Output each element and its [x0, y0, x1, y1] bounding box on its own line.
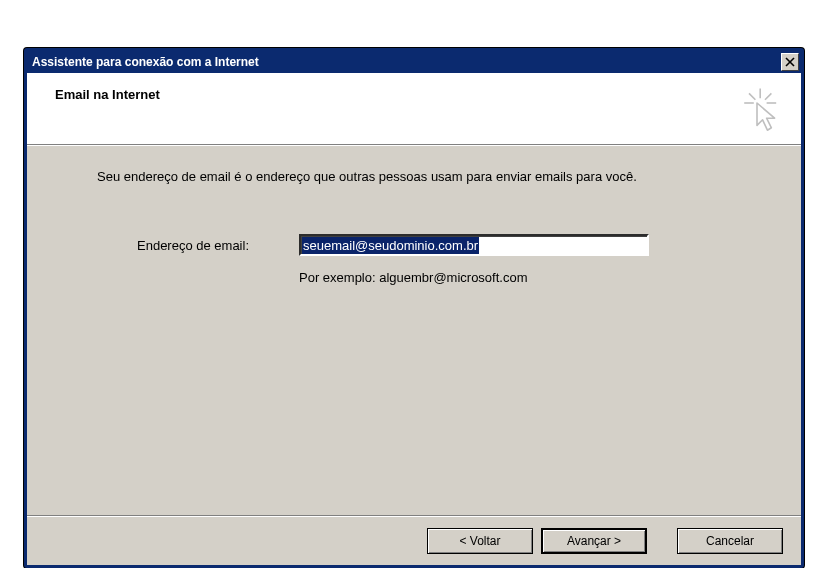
example-text: Por exemplo: alguembr@microsoft.com	[299, 270, 741, 285]
email-row: Endereço de email: seuemail@seudominio.c…	[137, 234, 741, 256]
description-text: Seu endereço de email é o endereço que o…	[97, 168, 741, 186]
back-button[interactable]: < Voltar	[427, 528, 533, 554]
email-label: Endereço de email:	[137, 238, 287, 253]
email-value-selected: seuemail@seudominio.com.br	[302, 237, 479, 254]
cancel-button[interactable]: Cancelar	[677, 528, 783, 554]
window-title: Assistente para conexão com a Internet	[32, 55, 259, 69]
next-button[interactable]: Avançar >	[541, 528, 647, 554]
wizard-header: Email na Internet	[27, 73, 801, 145]
email-field[interactable]: seuemail@seudominio.com.br	[299, 234, 649, 256]
page-title: Email na Internet	[55, 87, 160, 102]
svg-line-5	[749, 93, 755, 99]
svg-line-6	[765, 93, 771, 99]
wizard-window: Assistente para conexão com a Internet E…	[24, 48, 804, 568]
titlebar: Assistente para conexão com a Internet	[27, 51, 801, 73]
close-icon	[785, 57, 795, 67]
wizard-body: Seu endereço de email é o endereço que o…	[27, 145, 801, 515]
cursor-sparkle-icon	[733, 87, 781, 138]
wizard-footer: < Voltar Avançar > Cancelar	[27, 517, 801, 565]
close-button[interactable]	[781, 53, 799, 71]
